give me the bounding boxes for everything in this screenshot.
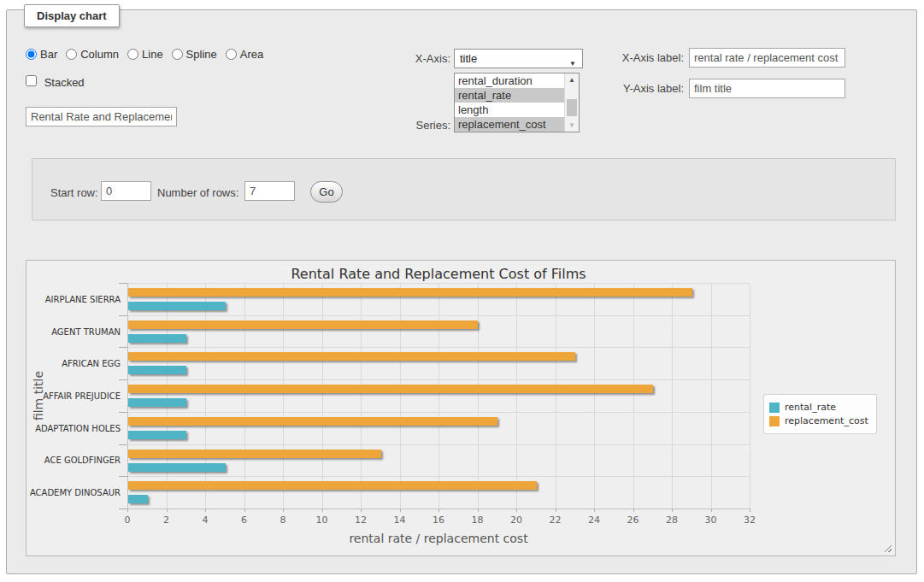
series-option-rental-rate[interactable]: rental_rate: [455, 88, 564, 103]
bar-replacement_cost[interactable]: [128, 288, 692, 297]
bar-rental_rate[interactable]: [128, 431, 186, 439]
category-label: ACADEMY DINOSAUR: [26, 488, 121, 497]
stacked-label: Stacked: [44, 76, 85, 89]
x-tick-label: 12: [355, 514, 367, 526]
scrollbar-up-arrow-icon[interactable]: ▲: [565, 73, 579, 86]
x-tick-label: 24: [588, 514, 600, 526]
x-tick-label: 32: [744, 514, 756, 526]
chart-resize-handle[interactable]: [882, 543, 892, 552]
category-tick: [119, 412, 127, 413]
chart-container: Rental Rate and Replacement Cost of Film…: [26, 260, 896, 556]
chart-type-option-line[interactable]: Line: [127, 48, 163, 61]
chart-type-label: Spline: [186, 48, 217, 61]
chart-title-input[interactable]: [26, 107, 177, 126]
bar-rental_rate[interactable]: [128, 398, 186, 407]
stacked-option[interactable]: Stacked: [26, 75, 85, 89]
grid-line: [127, 283, 750, 284]
x-tick-label: 6: [241, 514, 247, 526]
x-tick-label: 14: [394, 514, 406, 526]
fieldset-legend: Display chart: [24, 4, 120, 27]
category-label: AGENT TRUMAN: [26, 326, 121, 336]
start-row-input[interactable]: [101, 181, 151, 201]
x-tick-label: 0: [125, 514, 131, 526]
bar-rental_rate[interactable]: [128, 366, 186, 374]
chart-type-label: Area: [240, 48, 263, 61]
legend-item-rental_rate[interactable]: rental_rate: [769, 402, 868, 413]
bar-replacement_cost[interactable]: [128, 352, 575, 361]
category-label: AFRICAN EGG: [26, 359, 121, 368]
category-label: ADAPTATION HOLES: [26, 423, 121, 432]
category-tick: [119, 347, 127, 348]
grid-line: [283, 283, 284, 509]
chart-type-radio-area[interactable]: [226, 49, 237, 60]
series-listbox[interactable]: rental_duration rental_rate length repla…: [454, 73, 580, 132]
chart-type-option-column[interactable]: Column: [66, 48, 119, 61]
grid-line: [594, 283, 595, 509]
listbox-scrollbar[interactable]: ▲ ▼: [564, 73, 579, 132]
x-tick-label: 16: [433, 514, 444, 526]
x-axis-line: [127, 509, 750, 509]
chart-legend: rental_ratereplacement_cost: [763, 394, 877, 434]
chart-type-radio-spline[interactable]: [172, 49, 183, 60]
x-axis-label-input[interactable]: [689, 48, 845, 68]
x-axis-label-label: X-Axis label:: [609, 51, 684, 64]
x-axis-tick: [750, 509, 750, 512]
category-tick: [119, 509, 127, 509]
bar-rental_rate[interactable]: [128, 334, 186, 343]
category-tick: [119, 315, 127, 316]
series-option-replacement-cost[interactable]: replacement_cost: [455, 117, 564, 132]
go-button[interactable]: Go: [310, 181, 343, 203]
chart-type-label: Line: [142, 48, 163, 61]
bar-rental_rate[interactable]: [128, 302, 226, 310]
x-tick-label: 30: [705, 514, 717, 526]
category-label: AIRPLANE SIERRA: [26, 294, 121, 303]
y-axis-label-input[interactable]: [689, 79, 845, 98]
bar-rental_rate[interactable]: [128, 495, 148, 503]
bar-replacement_cost[interactable]: [128, 320, 478, 329]
bar-replacement_cost[interactable]: [128, 385, 653, 393]
chart-type-option-spline[interactable]: Spline: [172, 48, 217, 61]
legend-item-replacement_cost[interactable]: replacement_cost: [769, 415, 868, 426]
chart-type-radio-group: Bar Column Line Spline Area: [26, 48, 272, 61]
x-axis-select-label: X-Axis:: [393, 52, 450, 65]
scrollbar-down-arrow-icon[interactable]: ▼: [565, 119, 579, 132]
x-tick-label: 18: [472, 514, 484, 526]
legend-swatch-icon: [769, 403, 780, 413]
series-option-rental-duration[interactable]: rental_duration: [455, 73, 564, 88]
x-tick-label: 10: [316, 514, 328, 526]
grid-line: [438, 283, 439, 509]
stacked-checkbox[interactable]: [26, 75, 37, 86]
series-listbox-label: Series:: [393, 119, 450, 132]
category-label: ACE GOLDFINGER: [26, 456, 121, 465]
series-option-length[interactable]: length: [455, 103, 564, 117]
chart-type-option-area[interactable]: Area: [226, 48, 263, 61]
num-rows-input[interactable]: [244, 181, 295, 201]
grid-line: [516, 283, 517, 509]
x-axis-select[interactable]: title ▼: [454, 49, 583, 68]
grid-line: [478, 283, 479, 509]
grid-line: [127, 476, 750, 477]
bar-replacement_cost[interactable]: [128, 450, 381, 458]
chart-type-option-bar[interactable]: Bar: [26, 48, 57, 61]
scrollbar-thumb[interactable]: [567, 99, 577, 116]
grid-line: [556, 283, 556, 509]
chart-type-radio-line[interactable]: [127, 49, 138, 60]
rows-panel: Start row: Number of rows: Go: [32, 158, 896, 220]
legend-label: rental_rate: [785, 402, 836, 413]
chart-type-label: Bar: [40, 48, 57, 61]
grid-line: [127, 315, 750, 316]
grid-line: [750, 283, 750, 509]
chart-type-radio-bar[interactable]: [26, 49, 37, 60]
bar-replacement_cost[interactable]: [128, 417, 497, 426]
chart-type-radio-column[interactable]: [66, 49, 77, 60]
grid-line: [711, 283, 712, 509]
category-tick: [119, 476, 127, 477]
x-tick-label: 26: [627, 514, 639, 526]
bar-rental_rate[interactable]: [128, 463, 226, 472]
y-axis-label-label: Y-Axis label:: [609, 82, 684, 95]
stacked-row: Stacked: [26, 75, 85, 89]
grid-line: [127, 379, 750, 380]
grid-line: [127, 412, 750, 413]
grid-line: [361, 283, 362, 509]
bar-replacement_cost[interactable]: [128, 481, 537, 490]
